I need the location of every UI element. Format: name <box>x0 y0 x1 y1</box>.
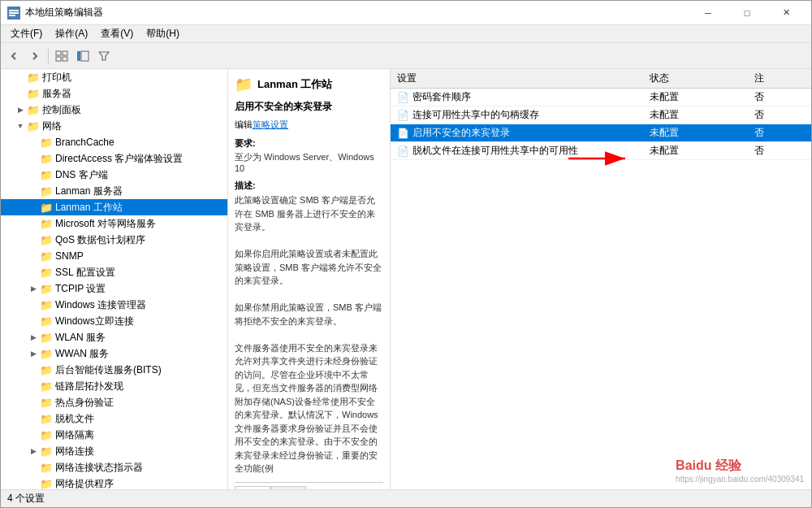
middle-policy-link[interactable]: 策略设置 <box>253 119 288 129</box>
tree-item-controlpanel[interactable]: ▶ 📁 控制面板 <box>1 102 227 118</box>
svg-marker-10 <box>99 52 109 60</box>
tree-item-hotspot[interactable]: 📁 热点身份验证 <box>1 394 227 410</box>
table-row[interactable]: 📄密码套件顺序未配置否 <box>391 89 811 106</box>
tree-label-lanman-server: Lanman 服务器 <box>55 185 123 198</box>
tree-expand-isolation <box>27 428 40 441</box>
watermark-url: https://jingyan.baidu.com/40309341 <box>676 475 804 484</box>
tree-label-lanman-workstation: Lanman 工作站 <box>55 201 123 215</box>
tree-item-ssl[interactable]: 📁 SSL 配置设置 <box>1 264 227 280</box>
tree-item-wlan[interactable]: ▶ 📁 WLAN 服务 <box>1 329 227 345</box>
close-button[interactable]: ✕ <box>767 1 805 25</box>
tree-label-tcpip: TCPIP 设置 <box>55 282 106 296</box>
tree-item-bits[interactable]: 📁 后台智能传送服务(BITS) <box>1 362 227 378</box>
tree-item-printer[interactable]: 📁 打印机 <box>1 69 227 85</box>
tree-item-netconn[interactable]: ▶ 📁 网络连接 <box>1 443 227 459</box>
folder-icon-qos: 📁 <box>40 233 53 246</box>
middle-folder-name: Lanman 工作站 <box>257 77 332 92</box>
svg-rect-6 <box>56 57 61 61</box>
view-button-1[interactable] <box>52 46 71 66</box>
tree-expand-tcpip: ▶ <box>27 282 40 295</box>
tree-expand-ssl <box>27 266 40 279</box>
tree-label-isolation: 网络隔离 <box>55 428 94 442</box>
tree-item-tcpip[interactable]: ▶ 📁 TCPIP 设置 <box>1 280 227 297</box>
folder-icon-controlpanel: 📁 <box>27 103 40 116</box>
tree-item-snmp[interactable]: 📁 SNMP <box>1 248 227 264</box>
middle-header: 📁 Lanman 工作站 <box>235 76 383 93</box>
menu-file[interactable]: 文件(F) <box>4 25 49 42</box>
table-row[interactable]: 📄脱机文件在连接可用性共享中的可用性未配置否 <box>391 142 811 160</box>
folder-icon-netconn: 📁 <box>40 445 53 458</box>
tree-item-ncsi[interactable]: 📁 网络连接状态指示器 <box>1 459 227 475</box>
cell-note: 否 <box>748 89 811 106</box>
minimize-button[interactable]: ─ <box>689 1 727 25</box>
tree-item-wwan[interactable]: ▶ 📁 WWAN 服务 <box>1 345 227 362</box>
tree-item-offline[interactable]: 📁 脱机文件 <box>1 410 227 427</box>
tree-item-ms-peer[interactable]: 📁 Microsoft 对等网络服务 <box>1 215 227 232</box>
tree-item-server[interactable]: 📁 服务器 <box>1 85 227 102</box>
menu-view[interactable]: 查看(V) <box>94 25 140 42</box>
tree-label-wwan: WWAN 服务 <box>55 347 109 361</box>
back-button[interactable] <box>4 46 24 66</box>
menu-action[interactable]: 操作(A) <box>49 25 94 42</box>
tree-item-isolation[interactable]: 📁 网络隔离 <box>1 427 227 443</box>
cell-setting: 📄启用不安全的来宾登录 <box>391 124 643 142</box>
middle-panel: 📁 Lanman 工作站 启用不安全的来宾登录 编辑策略设置 要求: 至少为 W… <box>228 69 391 489</box>
table-header-row: 设置 状态 注 <box>391 69 811 89</box>
tab-expand[interactable]: 扩展 <box>235 486 270 490</box>
tree-item-network[interactable]: ▼ 📁 网络 <box>1 118 227 134</box>
tree-expand-snmp <box>27 250 40 263</box>
main-window: 本地组策略编辑器 ─ □ ✕ 文件(F) 操作(A) 查看(V) 帮助(H) <box>0 0 812 508</box>
toolbar <box>1 43 811 69</box>
tree-expand-wwan: ▶ <box>27 347 40 360</box>
cell-setting: 📄连接可用性共享中的句柄缓存 <box>391 106 643 124</box>
tree-label-controlpanel: 控制面板 <box>42 103 81 117</box>
middle-req-label: 要求: <box>235 137 383 150</box>
menu-help[interactable]: 帮助(H) <box>140 25 186 42</box>
filter-button[interactable] <box>94 46 114 66</box>
menu-bar: 文件(F) 操作(A) 查看(V) 帮助(H) <box>1 25 811 43</box>
folder-icon-snmp: 📁 <box>40 250 53 263</box>
app-icon <box>7 7 20 20</box>
tree-item-winconnect[interactable]: 📁 Windows立即连接 <box>1 313 227 329</box>
folder-icon-branchcache: 📁 <box>40 136 53 149</box>
middle-desc-text: 此策略设置确定 SMB 客户端是否允许在 SMB 服务器上进行不安全的来宾登录。… <box>235 193 383 475</box>
tree-item-directaccess[interactable]: 📁 DirectAccess 客户端体验设置 <box>1 150 227 167</box>
tree-item-lldp[interactable]: 📁 链路层拓扑发现 <box>1 378 227 394</box>
middle-edit-label: 编辑 <box>235 119 253 129</box>
toolbar-separator-1 <box>48 48 49 64</box>
folder-icon-printer: 📁 <box>27 71 40 84</box>
tree-item-wcm[interactable]: 📁 Windows 连接管理器 <box>1 297 227 313</box>
svg-rect-8 <box>77 51 80 61</box>
status-bar: 4 个设置 <box>1 489 811 507</box>
tree-item-netprovider[interactable]: 📁 网络提供程序 <box>1 475 227 489</box>
folder-icon-ms-peer: 📁 <box>40 217 53 230</box>
tabs-bar: 扩展 标准 <box>235 482 383 490</box>
folder-icon-bits: 📁 <box>40 363 53 376</box>
forward-button[interactable] <box>25 46 45 66</box>
table-row[interactable]: 📄连接可用性共享中的句柄缓存未配置否 <box>391 106 811 124</box>
cell-status: 未配置 <box>643 89 749 106</box>
right-panel: 设置 状态 注 📄密码套件顺序未配置否📄连接可用性共享中的句柄缓存未配置否📄启用… <box>391 69 811 489</box>
tree-label-ms-peer: Microsoft 对等网络服务 <box>55 217 156 231</box>
maximize-button[interactable]: □ <box>728 1 766 25</box>
view-button-2[interactable] <box>73 46 93 66</box>
folder-icon-ssl: 📁 <box>40 266 53 279</box>
svg-rect-7 <box>63 57 67 61</box>
svg-rect-4 <box>56 51 61 55</box>
tree-panel[interactable]: 📁 打印机 📁 服务器 ▶ 📁 控制面板 ▼ 📁 网络 📁 Bra <box>1 69 228 489</box>
tree-item-dns[interactable]: 📁 DNS 客户端 <box>1 167 227 183</box>
table-row[interactable]: 📄启用不安全的来宾登录未配置否 <box>391 124 811 142</box>
tree-item-qos[interactable]: 📁 QoS 数据包计划程序 <box>1 232 227 248</box>
svg-rect-2 <box>9 12 19 14</box>
tree-label-lldp: 链路层拓扑发现 <box>55 380 123 393</box>
folder-icon-lanman-workstation: 📁 <box>40 201 53 214</box>
tree-item-lanman-workstation[interactable]: 📁 Lanman 工作站 <box>1 199 227 215</box>
folder-icon-lanman-server: 📁 <box>40 185 53 198</box>
tree-item-branchcache[interactable]: 📁 BranchCache <box>1 134 227 150</box>
tree-expand-offline <box>27 412 40 425</box>
folder-icon-winconnect: 📁 <box>40 315 53 328</box>
settings-table: 设置 状态 注 📄密码套件顺序未配置否📄连接可用性共享中的句柄缓存未配置否📄启用… <box>391 69 811 160</box>
folder-icon-wlan: 📁 <box>40 331 53 344</box>
tree-item-lanman-server[interactable]: 📁 Lanman 服务器 <box>1 183 227 199</box>
title-bar-controls: ─ □ ✕ <box>689 1 805 25</box>
